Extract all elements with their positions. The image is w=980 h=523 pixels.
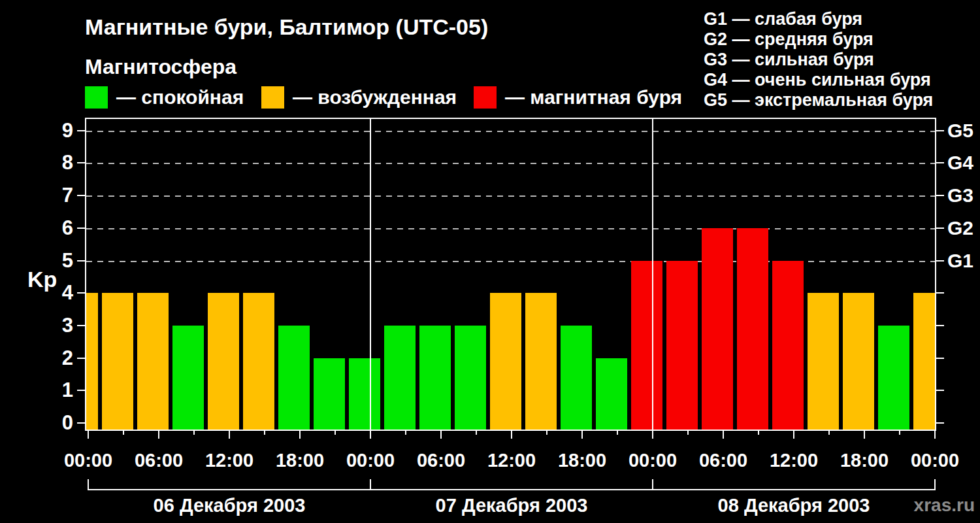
y-axis-tick-right [936, 358, 944, 359]
storm-legend-label: — магнитная буря [505, 86, 682, 109]
g-level-label-g2: G2 [947, 217, 973, 239]
date-bracket-line [88, 489, 935, 490]
y-tick-label: 8 [0, 151, 73, 175]
g-legend-line: G4 — очень сильная буря [704, 70, 931, 90]
x-tick-label: 12:00 [770, 450, 818, 471]
x-axis-minor-tick [405, 430, 406, 435]
x-axis-major-tick [370, 430, 371, 439]
kp-bar [490, 293, 521, 430]
x-tick-label: 12:00 [205, 450, 253, 471]
x-axis-major-tick [299, 430, 301, 439]
date-bracket-tick [934, 479, 936, 490]
day-boundary-line [652, 119, 653, 430]
excited-legend-label: — возбужденная [293, 86, 457, 109]
g-legend-line: G3 — сильная буря [704, 50, 874, 70]
x-tick-label: 00:00 [629, 450, 677, 471]
x-axis-minor-tick [617, 430, 618, 435]
kp-bar [878, 326, 909, 430]
x-axis-minor-tick [264, 430, 265, 435]
y-axis-tick-left [77, 195, 85, 196]
y-axis-tick-left [77, 228, 85, 229]
magnetic-storm-chart: Магнитные бури, Балтимор (UTC-05) Магнит… [0, 0, 980, 523]
y-tick-label: 0 [0, 411, 73, 435]
y-axis-tick-right [936, 195, 944, 196]
y-axis-tick-right [936, 228, 944, 229]
y-tick-label: 2 [0, 346, 73, 370]
storm-color-swatch [474, 86, 497, 109]
y-tick-label: 3 [0, 314, 73, 337]
x-tick-label: 18:00 [558, 450, 606, 471]
date-section-label: 06 Декабря 2003 [154, 495, 306, 516]
day-boundary-line [370, 119, 371, 430]
plot-area [86, 119, 935, 430]
x-axis-minor-tick [546, 430, 547, 435]
x-axis-minor-tick [335, 430, 336, 435]
y-tick-label: 1 [0, 379, 73, 402]
x-tick-label: 06:00 [699, 450, 747, 471]
x-axis-major-tick [864, 430, 865, 439]
y-axis-tick-left [77, 390, 85, 391]
kp-bar [349, 358, 380, 430]
magnetosphere-label: Магнитосфера [85, 55, 237, 79]
x-axis-minor-tick [476, 430, 477, 435]
kp-bar [772, 261, 804, 430]
y-tick-label: 5 [0, 249, 73, 273]
x-axis-major-tick [793, 430, 794, 439]
kp-bar [808, 293, 839, 430]
date-section-label: 08 Декабря 2003 [718, 495, 870, 516]
g-level-label-g4: G4 [947, 152, 973, 174]
kp-bar [102, 293, 133, 430]
kp-bar [455, 326, 486, 430]
page-title: Магнитные бури, Балтимор (UTC-05) [85, 14, 488, 40]
y-tick-label: 6 [0, 216, 73, 240]
g-level-label-g5: G5 [947, 120, 973, 142]
x-axis-major-tick [88, 430, 89, 439]
date-section-label: 07 Декабря 2003 [436, 495, 588, 516]
y-axis-tick-right [936, 390, 944, 391]
x-axis-minor-tick [687, 430, 689, 435]
x-tick-label: 06:00 [417, 450, 465, 471]
gridline-kp6 [86, 228, 935, 229]
y-axis-tick-left [77, 422, 85, 424]
y-axis-tick-right [936, 130, 944, 131]
x-tick-label: 06:00 [135, 450, 183, 471]
x-tick-label: 18:00 [276, 450, 324, 471]
gridline-kp7 [86, 195, 935, 197]
x-axis-major-tick [581, 430, 583, 439]
x-axis-major-tick [440, 430, 442, 439]
x-axis-minor-tick [828, 430, 830, 435]
y-axis-tick-right [936, 162, 944, 163]
gridline-kp5 [86, 261, 935, 262]
kp-bar [596, 358, 627, 430]
kp-bar [843, 293, 874, 430]
y-axis-tick-right [936, 260, 944, 262]
x-axis-major-tick [511, 430, 512, 439]
y-tick-label: 4 [0, 281, 73, 305]
kp-bar [172, 326, 204, 430]
x-axis-major-tick [723, 430, 724, 439]
date-bracket-tick [652, 479, 653, 490]
gridline-kp8 [86, 163, 935, 164]
x-axis-minor-tick [899, 430, 900, 435]
y-axis-tick-left [77, 325, 85, 326]
x-axis-major-tick [934, 430, 936, 439]
kp-bar [913, 293, 935, 430]
kp-bar [278, 326, 310, 430]
x-tick-label: 00:00 [64, 450, 112, 471]
x-tick-label: 00:00 [346, 450, 395, 471]
x-axis-major-tick [158, 430, 159, 439]
kp-bar [561, 326, 592, 430]
kp-bar [666, 261, 698, 430]
excited-color-swatch [261, 86, 284, 109]
y-axis-tick-left [77, 130, 85, 131]
g-level-label-g3: G3 [947, 184, 973, 207]
g-legend-line: G5 — экстремальная буря [704, 90, 933, 110]
x-axis-minor-tick [193, 430, 195, 435]
watermark: xras.ru [914, 495, 975, 516]
x-axis-minor-tick [758, 430, 759, 435]
g-level-label-g1: G1 [947, 250, 973, 272]
kp-bar [243, 293, 274, 430]
x-tick-label: 18:00 [840, 450, 889, 471]
x-axis-major-tick [229, 430, 230, 439]
kp-bar [702, 228, 733, 430]
